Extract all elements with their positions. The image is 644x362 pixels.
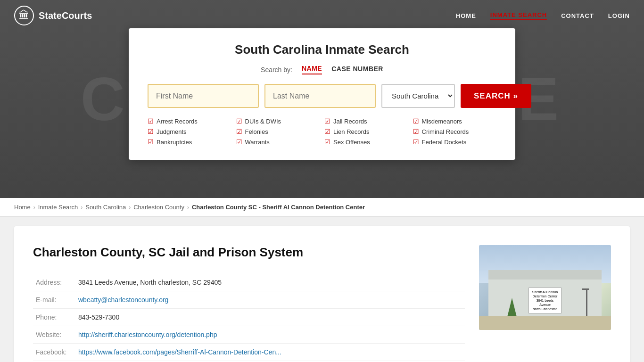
breadcrumb-sep-1: › — [33, 204, 35, 211]
breadcrumb-charleston-county[interactable]: Charleston County — [133, 204, 184, 211]
tab-name-button[interactable]: NAME — [302, 65, 322, 74]
breadcrumb-sep-2: › — [81, 204, 83, 211]
checkbox-grid: ☑Arrest Records ☑DUIs & DWIs ☑Jail Recor… — [148, 117, 496, 146]
checkbox-federal-dockets: ☑Federal Dockets — [413, 138, 497, 146]
breadcrumb: Home › Inmate Search › South Carolina › … — [0, 198, 644, 217]
facility-info: Charleston County, SC Jail and Prison Sy… — [33, 245, 465, 361]
breadcrumb-sep-3: › — [129, 204, 131, 211]
check-icon: ☑ — [236, 128, 242, 135]
nav-home[interactable]: HOME — [456, 12, 476, 19]
check-icon: ☑ — [413, 138, 419, 146]
nav-contact[interactable]: CONTACT — [561, 12, 594, 19]
check-icon: ☑ — [324, 117, 330, 125]
check-icon: ☑ — [236, 138, 242, 146]
check-icon: ☑ — [413, 128, 419, 135]
tab-case-button[interactable]: CASE NUMBER — [331, 65, 383, 74]
logo-text: StateCourts — [39, 10, 92, 21]
checkbox-misdemeanors: ☑Misdemeanors — [413, 117, 497, 125]
check-icon: ☑ — [148, 128, 154, 135]
checkbox-judgments: ☑Judgments — [148, 128, 231, 135]
breadcrumb-home[interactable]: Home — [14, 204, 31, 211]
nav-inmate-search[interactable]: INMATE SEARCH — [490, 11, 547, 20]
navbar: 🏛 StateCourts HOME INMATE SEARCH CONTACT… — [0, 0, 644, 31]
check-icon: ☑ — [324, 128, 330, 135]
check-icon: ☑ — [324, 138, 330, 146]
website-link[interactable]: http://sheriff.charlestoncounty.org/dete… — [78, 331, 217, 338]
phone-value: 843-529-7300 — [75, 309, 465, 326]
search-by-label: Search by: — [261, 66, 292, 74]
breadcrumb-sep-4: › — [187, 204, 189, 211]
check-icon: ☑ — [148, 138, 154, 146]
checkbox-felonies: ☑Felonies — [236, 128, 320, 135]
main-content: Charleston County, SC Jail and Prison Sy… — [14, 226, 630, 362]
breadcrumb-current: Charleston County SC - Sheriff Al Cannon… — [192, 204, 365, 211]
checkbox-bankruptcies: ☑Bankruptcies — [148, 138, 231, 146]
facility-image-container: Sheriff Al CannonDetention Center3841 Le… — [479, 245, 611, 361]
facility-img-inner: Sheriff Al CannonDetention Center3841 Le… — [479, 245, 611, 330]
breadcrumb-inmate-search[interactable]: Inmate Search — [38, 204, 78, 211]
address-value: 3841 Leeds Avenue, North charleston, SC … — [75, 274, 465, 291]
facebook-label: Facebook: — [33, 344, 75, 361]
facility-sign: Sheriff Al CannonDetention Center3841 Le… — [528, 288, 561, 313]
modal-title: South Carolina Inmate Search — [148, 42, 496, 57]
email-row: E-mail: wbeatty@charlestoncounty.org — [33, 291, 465, 309]
check-icon: ☑ — [413, 117, 419, 125]
hero-section: COURTHOUSE 🏛 StateCourts HOME INMATE SEA… — [0, 0, 644, 198]
first-name-input[interactable] — [148, 84, 259, 108]
checkbox-duis-dwis: ☑DUIs & DWIs — [236, 117, 320, 125]
ground — [479, 316, 611, 330]
search-tabs: Search by: NAME CASE NUMBER — [148, 65, 496, 74]
checkbox-warrants: ☑Warrants — [236, 138, 320, 146]
address-row: Address: 3841 Leeds Avenue, North charle… — [33, 274, 465, 291]
checkbox-jail-records: ☑Jail Records — [324, 117, 408, 125]
checkbox-sex-offenses: ☑Sex Offenses — [324, 138, 408, 146]
phone-label: Phone: — [33, 309, 75, 326]
logo-icon: 🏛 — [14, 6, 34, 25]
facebook-link[interactable]: https://www.facebook.com/pages/Sherriff-… — [78, 348, 281, 356]
email-value: wbeatty@charlestoncounty.org — [75, 291, 465, 309]
facility-title: Charleston County, SC Jail and Prison Sy… — [33, 245, 465, 260]
facility-image: Sheriff Al CannonDetention Center3841 Le… — [479, 245, 611, 330]
email-label: E-mail: — [33, 291, 75, 309]
website-value: http://sheriff.charlestoncounty.org/dete… — [75, 326, 465, 344]
facebook-value: https://www.facebook.com/pages/Sherriff-… — [75, 344, 465, 361]
search-modal: South Carolina Inmate Search Search by: … — [129, 28, 515, 160]
last-name-input[interactable] — [264, 84, 376, 108]
breadcrumb-south-carolina[interactable]: South Carolina — [85, 204, 126, 211]
search-form-row: South Carolina Alabama Alaska Arizona Fl… — [148, 84, 496, 108]
logo[interactable]: 🏛 StateCourts — [14, 6, 92, 25]
checkbox-lien-records: ☑Lien Records — [324, 128, 408, 135]
nav-links: HOME INMATE SEARCH CONTACT LOGIN — [456, 11, 630, 20]
checkbox-arrest-records: ☑Arrest Records — [148, 117, 231, 125]
email-link[interactable]: wbeatty@charlestoncounty.org — [78, 296, 168, 304]
info-table: Address: 3841 Leeds Avenue, North charle… — [33, 274, 465, 361]
search-button[interactable]: SEARCH » — [461, 84, 531, 108]
website-label: Website: — [33, 326, 75, 344]
lamppost — [586, 288, 587, 317]
checkbox-criminal-records: ☑Criminal Records — [413, 128, 497, 135]
check-icon: ☑ — [236, 117, 242, 125]
phone-row: Phone: 843-529-7300 — [33, 309, 465, 326]
address-label: Address: — [33, 274, 75, 291]
state-select[interactable]: South Carolina Alabama Alaska Arizona Fl… — [381, 84, 455, 108]
check-icon: ☑ — [148, 117, 154, 125]
facebook-row: Facebook: https://www.facebook.com/pages… — [33, 344, 465, 361]
nav-login[interactable]: LOGIN — [608, 12, 630, 19]
website-row: Website: http://sheriff.charlestoncounty… — [33, 326, 465, 344]
